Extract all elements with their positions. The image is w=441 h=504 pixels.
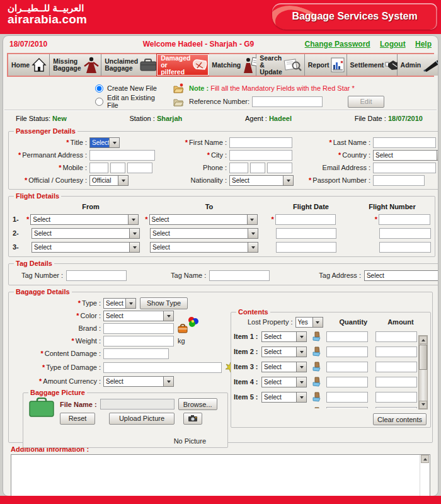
flight2-from-select[interactable]: Select (32, 228, 140, 239)
nav-search-update[interactable]: Search & Update (256, 54, 305, 76)
tag-address-select[interactable]: Select (364, 270, 438, 281)
list-item-partial (234, 404, 428, 408)
file-mode-section: Create New File Note : Fill all the Mand… (3, 78, 438, 110)
item4-select[interactable]: Select (261, 377, 307, 387)
passport-number-input[interactable] (373, 175, 425, 186)
color-picker-icon[interactable] (186, 316, 200, 329)
clear-contents-button[interactable]: Clear contents (373, 413, 427, 425)
email-address-input[interactable] (373, 163, 436, 173)
item5-amount-input[interactable] (375, 392, 417, 403)
textarea-scrollbar[interactable] (420, 455, 430, 496)
item6-quantity-input[interactable] (326, 407, 368, 409)
flight1-from-select[interactable]: Select (30, 214, 139, 225)
scroll-down-arrow[interactable] (419, 401, 427, 409)
nav-home[interactable]: Home (8, 54, 50, 76)
page-container: 18/07/2010 Welcome Hadeel - Sharjah - G9… (3, 35, 438, 496)
phone-number-input[interactable] (267, 163, 292, 173)
item2-amount-input[interactable] (375, 346, 417, 357)
flight3-date-input[interactable] (276, 242, 336, 253)
nav-admin[interactable]: Admin (398, 54, 438, 76)
create-new-file-radio[interactable] (95, 84, 103, 93)
item2-quantity-input[interactable] (326, 346, 368, 357)
nav-unclaimed-baggage[interactable]: Unclaimed Baggage (101, 54, 157, 76)
required-star: * (78, 299, 81, 307)
first-name-input[interactable] (229, 137, 292, 148)
item3-select[interactable]: Select (261, 362, 307, 372)
scroll-up-arrow[interactable] (421, 455, 429, 463)
nav-missing-baggage[interactable]: Missing Baggage (50, 54, 101, 76)
mobile-code1-input[interactable] (89, 163, 108, 173)
weight-input[interactable] (103, 336, 174, 346)
help-link[interactable]: Help (415, 40, 432, 49)
content-damage-input[interactable] (103, 348, 169, 359)
title-select[interactable]: Select (89, 137, 120, 148)
flight1-number-input[interactable] (379, 214, 430, 225)
file-name-input[interactable] (100, 399, 175, 410)
upload-picture-button[interactable]: Upload Picture (109, 413, 175, 425)
flight2-number-input[interactable] (379, 228, 431, 239)
scrollbar-thumb[interactable] (419, 345, 427, 370)
item1-quantity-input[interactable] (326, 331, 368, 342)
item4-amount-input[interactable] (375, 377, 417, 387)
reset-button[interactable]: Reset (60, 413, 95, 425)
nav-settlement[interactable]: Settlement (347, 54, 398, 76)
flight2-date-input[interactable] (276, 228, 336, 239)
permanant-address-input[interactable] (89, 150, 155, 161)
mobile-number-input[interactable] (127, 163, 152, 173)
phone-code2-input[interactable] (250, 163, 265, 173)
brand-input[interactable] (103, 323, 174, 334)
additional-information-textarea[interactable] (11, 455, 420, 496)
flight3-from-select[interactable]: Select (32, 242, 140, 253)
nav-damaged-pilfered[interactable]: Damaged or pilfered (157, 54, 209, 76)
official-courtesy-select[interactable]: Official (89, 175, 129, 186)
last-name-input[interactable] (373, 137, 436, 148)
city-input[interactable] (229, 150, 292, 161)
flight2-to-select[interactable]: Select (150, 228, 258, 239)
contents-scrollbar[interactable] (418, 335, 428, 410)
item1-amount-input[interactable] (375, 331, 417, 342)
item1-select[interactable]: Select (261, 331, 307, 342)
nav-damaged-pilfered-label: Damaged or pilfered (161, 55, 190, 76)
type-of-damage-input[interactable] (103, 362, 222, 373)
item4-quantity-input[interactable] (326, 377, 368, 387)
phone-code1-input[interactable] (229, 163, 248, 173)
required-star: * (66, 139, 69, 146)
baggage-color-select[interactable]: Select (103, 311, 174, 321)
tag-name-input[interactable] (209, 270, 270, 281)
item3-quantity-input[interactable] (326, 362, 368, 372)
change-password-link[interactable]: Change Password (305, 40, 370, 49)
country-select[interactable]: Select (373, 150, 438, 161)
item5-quantity-input[interactable] (326, 392, 368, 403)
reference-number-input[interactable] (252, 96, 323, 107)
show-type-button[interactable]: Show Type (140, 297, 188, 309)
nav-matching[interactable]: Matching (209, 54, 256, 76)
flight3-to-select[interactable]: Select (150, 242, 258, 253)
flight3-number-input[interactable] (379, 242, 431, 253)
lost-property-select[interactable]: Yes (295, 317, 323, 328)
baggage-picture-fieldset: Baggage Picture File Name : Browse... Re… (23, 389, 228, 448)
app-title: Baggage Services System (292, 11, 417, 22)
nav-report[interactable]: Report (305, 54, 347, 76)
required-star: * (329, 139, 331, 146)
item5-value: Select (262, 392, 296, 402)
edit-existing-file-radio[interactable] (95, 98, 103, 106)
to-header: To (150, 203, 268, 210)
permanant-address-label: Permanant Address : (22, 151, 87, 159)
item2-select[interactable]: Select (261, 346, 307, 357)
logout-link[interactable]: Logout (380, 40, 406, 49)
flight1-to-select[interactable]: Select (149, 214, 258, 225)
item3-amount-input[interactable] (375, 362, 417, 372)
browse-button[interactable]: Browse... (178, 398, 217, 410)
top-banner: العربيــة للــطيــران airarabia.com Bagg… (0, 0, 441, 34)
edit-button[interactable]: Edit (348, 96, 384, 108)
nationality-select[interactable]: Select (229, 175, 294, 186)
mobile-code2-input[interactable] (110, 163, 125, 173)
item5-select[interactable]: Select (261, 392, 307, 403)
baggage-type-select[interactable]: Select (103, 298, 136, 309)
flight1-date-input[interactable] (275, 214, 336, 225)
scroll-up-arrow[interactable] (419, 336, 427, 344)
camera-button[interactable] (183, 413, 202, 425)
item6-amount-input[interactable] (375, 407, 417, 409)
tag-number-input[interactable] (66, 270, 127, 281)
amount-currency-select[interactable]: Select (103, 376, 174, 387)
